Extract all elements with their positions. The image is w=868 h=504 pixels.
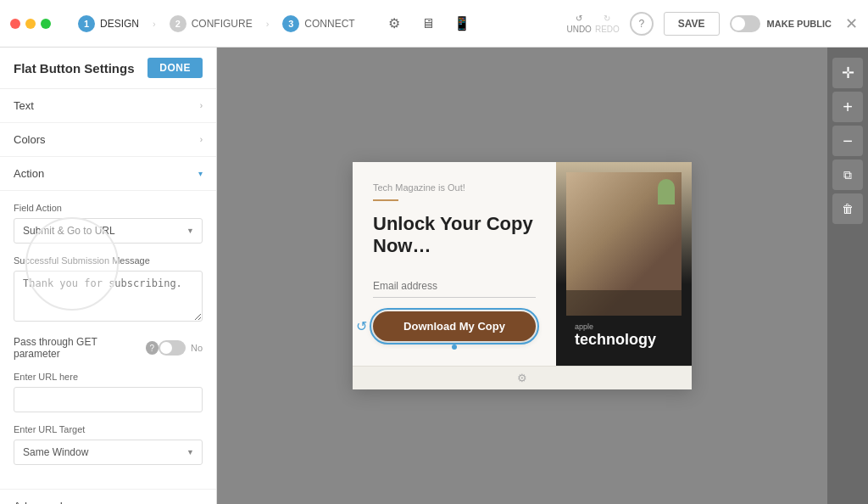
card-divider: [373, 199, 398, 201]
card-download-btn[interactable]: Download My Copy: [373, 311, 536, 341]
top-bar: 1 DESIGN › 2 CONFIGURE › 3 CONNECT ⚙ 🖥 📱…: [0, 0, 868, 48]
success-msg-textarea[interactable]: [14, 271, 203, 322]
rp-move-btn[interactable]: ✛: [832, 58, 863, 88]
tech-text: technology: [575, 331, 673, 349]
card-tag: Tech Magazine is Out!: [373, 182, 536, 193]
mobile-icon-btn[interactable]: 📱: [447, 8, 477, 39]
step-connect[interactable]: 3 CONNECT: [269, 0, 368, 48]
card-btn-label: Download My Copy: [403, 320, 505, 333]
sidebar: Flat Button Settings DONE Text › Colors …: [0, 48, 217, 504]
text-chevron-icon: ›: [200, 101, 203, 110]
text-item-label: Text: [14, 99, 34, 112]
pass-param-right: No: [159, 340, 203, 356]
rp-duplicate-btn[interactable]: ⧉: [832, 160, 863, 190]
steps-nav: 1 DESIGN › 2 CONFIGURE › 3 CONNECT: [64, 0, 369, 48]
card-heading: Unlock Your Copy Now…: [373, 213, 536, 258]
card-inner: Tech Magazine is Out! Unlock Your Copy N…: [353, 162, 692, 366]
top-right: ↺ UNDO ↻ REDO ? SAVE MAKE PUBLIC ✕: [566, 12, 858, 36]
rp-delete-btn[interactable]: 🗑: [832, 193, 863, 224]
redo-btn[interactable]: ↻ REDO: [595, 14, 620, 34]
plant-decoration: [658, 179, 675, 204]
advanced-label: Advanced: [14, 500, 63, 504]
card-right: apple technology: [556, 162, 692, 366]
card-email-input[interactable]: [373, 275, 536, 298]
pass-param-toggle[interactable]: [159, 340, 186, 356]
sidebar-item-colors[interactable]: Colors ›: [0, 123, 216, 157]
sidebar-item-action[interactable]: Action ▾: [0, 157, 216, 191]
pass-param-label-group: Pass through GET parameter ?: [14, 336, 159, 360]
minimize-traffic-light[interactable]: [25, 19, 36, 29]
undo-icon: ↺: [576, 14, 582, 23]
rp-remove-btn[interactable]: −: [832, 126, 863, 156]
pass-param-label: Pass through GET parameter: [14, 336, 141, 360]
traffic-lights: [10, 19, 51, 29]
apple-text: apple: [575, 322, 673, 331]
pass-param-row: Pass through GET parameter ? No: [14, 336, 203, 360]
undo-redo-group: ↺ UNDO ↻ REDO: [566, 14, 619, 34]
action-item-label: Action: [14, 167, 44, 180]
close-traffic-light[interactable]: [10, 19, 20, 29]
step-design-label: DESIGN: [100, 18, 139, 30]
url-input[interactable]: [14, 387, 203, 412]
sidebar-header: Flat Button Settings DONE: [0, 48, 216, 89]
save-button[interactable]: SAVE: [664, 12, 720, 36]
settings-icon-btn[interactable]: ⚙: [379, 8, 409, 39]
refresh-icon[interactable]: ↺: [356, 318, 367, 334]
step-configure-label: CONFIGURE: [192, 18, 253, 30]
field-action-select[interactable]: Submit & Go to URL Submit Only Go to URL: [14, 218, 203, 244]
card-image-bottom: apple technology: [566, 316, 682, 356]
step-configure[interactable]: 2 CONFIGURE: [156, 0, 266, 48]
undo-label: UNDO: [566, 25, 591, 34]
card-image-placeholder: apple technology: [556, 162, 692, 366]
field-action-select-wrap: Submit & Go to URL Submit Only Go to URL: [14, 218, 203, 244]
make-public-toggle[interactable]: [730, 15, 760, 32]
field-action-label: Field Action: [14, 203, 203, 213]
url-target-label: Enter URL Target: [14, 424, 203, 434]
colors-item-label: Colors: [14, 133, 46, 146]
url-target-select[interactable]: Same Window New Window: [14, 440, 203, 465]
pass-param-no-label: No: [191, 343, 203, 353]
make-public-toggle-group: MAKE PUBLIC: [730, 15, 832, 32]
right-panel: ✛ + − ⧉ 🗑: [827, 48, 868, 504]
help-label: ?: [638, 18, 644, 30]
url-label: Enter URL here: [14, 372, 203, 382]
undo-btn[interactable]: ↺ UNDO: [566, 14, 591, 34]
step-configure-num: 2: [170, 15, 186, 32]
card-image-top: [566, 172, 682, 316]
main-layout: Flat Button Settings DONE Text › Colors …: [0, 48, 868, 504]
help-button[interactable]: ?: [630, 12, 654, 36]
step-connect-label: CONNECT: [304, 18, 354, 30]
colors-chevron-icon: ›: [200, 135, 203, 144]
action-section: Field Action Submit & Go to URL Submit O…: [0, 191, 216, 490]
card-btn-wrap: ↺ Download My Copy: [373, 311, 536, 341]
redo-icon: ↻: [604, 14, 610, 23]
action-chevron-icon: ▾: [198, 169, 203, 178]
success-msg-label: Successful Submission Message: [14, 255, 203, 266]
desktop-icon-btn[interactable]: 🖥: [413, 8, 443, 39]
sidebar-item-text[interactable]: Text ›: [0, 89, 216, 123]
card-settings-gear-icon[interactable]: ⚙: [517, 372, 527, 384]
maximize-traffic-light[interactable]: [41, 19, 51, 29]
info-icon[interactable]: ?: [146, 341, 159, 355]
step-design-num: 1: [78, 15, 95, 32]
laptop-hint: [566, 290, 682, 316]
step-connect-num: 3: [282, 15, 299, 32]
canvas-area: Tech Magazine is Out! Unlock Your Copy N…: [217, 48, 827, 504]
canvas-card: Tech Magazine is Out! Unlock Your Copy N…: [353, 162, 692, 389]
url-target-select-wrap: Same Window New Window: [14, 440, 203, 465]
done-button[interactable]: DONE: [147, 58, 203, 78]
step-design[interactable]: 1 DESIGN: [64, 0, 153, 48]
redo-label: REDO: [595, 25, 620, 34]
card-footer: ⚙: [353, 366, 692, 389]
rp-add-btn[interactable]: +: [832, 92, 863, 122]
btn-selection-dot: [452, 344, 457, 350]
make-public-label: MAKE PUBLIC: [767, 19, 832, 29]
sidebar-item-advanced[interactable]: Advanced ›: [0, 490, 216, 504]
sidebar-title: Flat Button Settings: [14, 61, 135, 76]
close-button[interactable]: ✕: [845, 14, 858, 33]
card-left: Tech Magazine is Out! Unlock Your Copy N…: [353, 162, 556, 366]
top-icons: ⚙ 🖥 📱: [379, 8, 477, 39]
